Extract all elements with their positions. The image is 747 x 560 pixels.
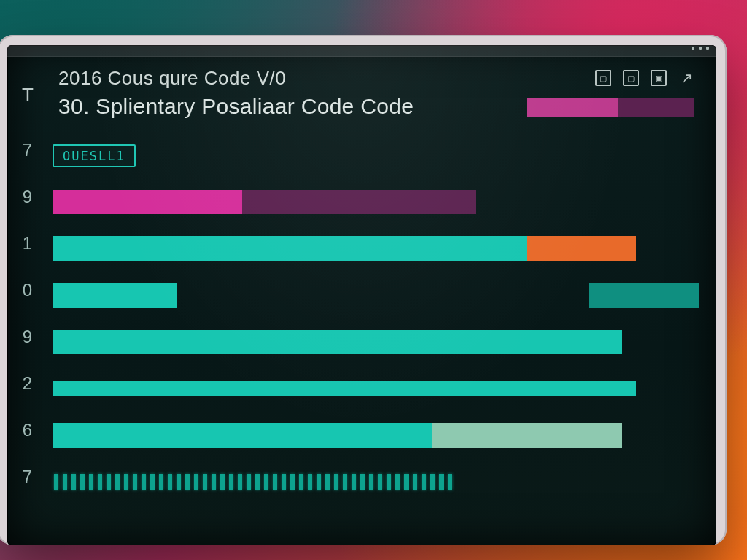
- bar-segment: [432, 423, 622, 448]
- bar-segment: [589, 283, 699, 308]
- bar-segment: [53, 423, 432, 448]
- subtitle-accent-bar: [527, 98, 694, 117]
- bar-segment: [53, 381, 636, 396]
- screen: 2016 Cous qure Code V/0 30. Splientary P…: [7, 45, 716, 545]
- window-controls[interactable]: [692, 47, 709, 50]
- code-row: [53, 319, 699, 365]
- line-number: 6: [7, 407, 32, 454]
- code-row: [53, 179, 699, 225]
- laptop-frame: 2016 Cous qure Code V/0 30. Splientary P…: [0, 35, 727, 545]
- code-row: [53, 226, 699, 271]
- line-number-gutter: T 7 9 1 0 9 2 6 7: [7, 127, 39, 545]
- bar-segment: [242, 190, 476, 214]
- code-row: [53, 459, 699, 505]
- line-number: 0: [7, 267, 32, 314]
- bar-segment: [527, 236, 636, 261]
- line-number: 1: [7, 220, 32, 267]
- code-row: [53, 413, 699, 458]
- line-number: 7: [7, 454, 32, 500]
- line-number: 7: [7, 127, 32, 174]
- tick-row: [53, 472, 452, 491]
- share-icon[interactable]: ↗: [678, 70, 694, 86]
- bar-segment: [53, 330, 622, 354]
- code-row: [53, 273, 699, 318]
- titlebar-icon-group: ▢ ▢ ▣ ↗: [595, 70, 694, 86]
- line-number: 9: [7, 314, 32, 360]
- code-row: [53, 366, 699, 411]
- code-rows: OUESLL1: [53, 133, 699, 534]
- bar-segment: [53, 283, 177, 308]
- titlebar-icon-3[interactable]: ▣: [651, 70, 667, 86]
- line-number: 2: [7, 360, 32, 407]
- titlebar-icon-2[interactable]: ▢: [623, 70, 639, 86]
- gutter-prefix: T: [22, 71, 34, 118]
- bar-segment: [53, 190, 242, 214]
- bar-segment: [53, 236, 527, 261]
- titlebar-icon-1[interactable]: ▢: [595, 70, 611, 86]
- line-number: 9: [7, 174, 32, 220]
- code-row: OUESLL1: [53, 133, 699, 178]
- status-badge: OUESLL1: [53, 144, 136, 167]
- window-menubar: [7, 45, 716, 57]
